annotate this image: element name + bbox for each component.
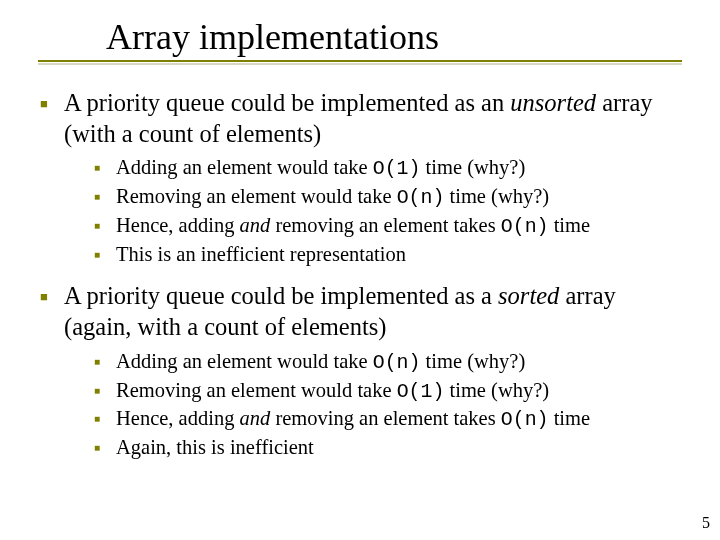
code: O(n) [501,215,549,238]
bullet-level2: ■ Adding an element would take O(n) time… [94,349,680,376]
bullet-level2: ■ Hence, adding and removing an element … [94,213,680,240]
title-underline-shadow [38,63,682,65]
text-segment: Removing an element would take [116,185,397,207]
page-number: 5 [702,514,710,532]
text-segment: removing an element takes [270,407,501,429]
emphasis: and [240,214,271,236]
title-underline [38,60,682,62]
text-segment: Hence, adding [116,407,240,429]
slide-content: ■ A priority queue could be implemented … [40,88,680,475]
text-segment: A priority queue could be implemented as… [64,282,498,309]
bullet-text: A priority queue could be implemented as… [64,281,680,342]
bullet-level2: ■ Removing an element would take O(n) ti… [94,184,680,211]
square-bullet-icon: ■ [40,88,64,118]
square-bullet-icon: ■ [40,281,64,311]
slide: Array implementations ■ A priority queue… [0,0,720,540]
text-segment: Again, this is inefficient [116,436,314,458]
text-segment: Adding an element would take [116,156,373,178]
code: O(n) [501,408,549,431]
title-wrap: Array implementations [106,18,439,58]
text-segment: A priority queue could be implemented as… [64,89,510,116]
bullet-level1: ■ A priority queue could be implemented … [40,88,680,149]
bullet-level2: ■ Hence, adding and removing an element … [94,406,680,433]
bullet-level2: ■ Adding an element would take O(1) time… [94,155,680,182]
code: O(1) [397,380,445,403]
square-bullet-icon: ■ [94,242,116,266]
bullet-level2: ■ Removing an element would take O(1) ti… [94,378,680,405]
text-segment: time (why?) [444,185,549,207]
bullet-level2: ■ This is an inefficient representation [94,242,680,268]
code: O(n) [397,186,445,209]
text-segment: Removing an element would take [116,379,397,401]
emphasis: and [240,407,271,429]
emphasis: unsorted [510,89,596,116]
sub-list: ■ Adding an element would take O(1) time… [94,155,680,267]
code: O(1) [373,157,421,180]
text-segment: time [549,407,591,429]
text-segment: This is an inefficient representation [116,243,406,265]
slide-title: Array implementations [106,18,439,58]
bullet-text: Adding an element would take O(n) time (… [116,349,525,376]
square-bullet-icon: ■ [94,435,116,459]
bullet-text: This is an inefficient representation [116,242,406,268]
bullet-text: Hence, adding and removing an element ta… [116,406,590,433]
bullet-text: Removing an element would take O(1) time… [116,378,549,405]
square-bullet-icon: ■ [94,184,116,208]
text-segment: Adding an element would take [116,350,373,372]
square-bullet-icon: ■ [94,378,116,402]
square-bullet-icon: ■ [94,155,116,179]
sub-list: ■ Adding an element would take O(n) time… [94,349,680,461]
text-segment: time (why?) [444,379,549,401]
bullet-text: Adding an element would take O(1) time (… [116,155,525,182]
bullet-text: Again, this is inefficient [116,435,314,461]
code: O(n) [373,351,421,374]
text-segment: removing an element takes [270,214,501,236]
square-bullet-icon: ■ [94,213,116,237]
square-bullet-icon: ■ [94,349,116,373]
square-bullet-icon: ■ [94,406,116,430]
bullet-level1: ■ A priority queue could be implemented … [40,281,680,342]
text-segment: time (why?) [420,350,525,372]
bullet-text: Hence, adding and removing an element ta… [116,213,590,240]
bullet-text: Removing an element would take O(n) time… [116,184,549,211]
text-segment: time [549,214,591,236]
bullet-text: A priority queue could be implemented as… [64,88,680,149]
bullet-level2: ■ Again, this is inefficient [94,435,680,461]
text-segment: Hence, adding [116,214,240,236]
emphasis: sorted [498,282,559,309]
text-segment: time (why?) [420,156,525,178]
